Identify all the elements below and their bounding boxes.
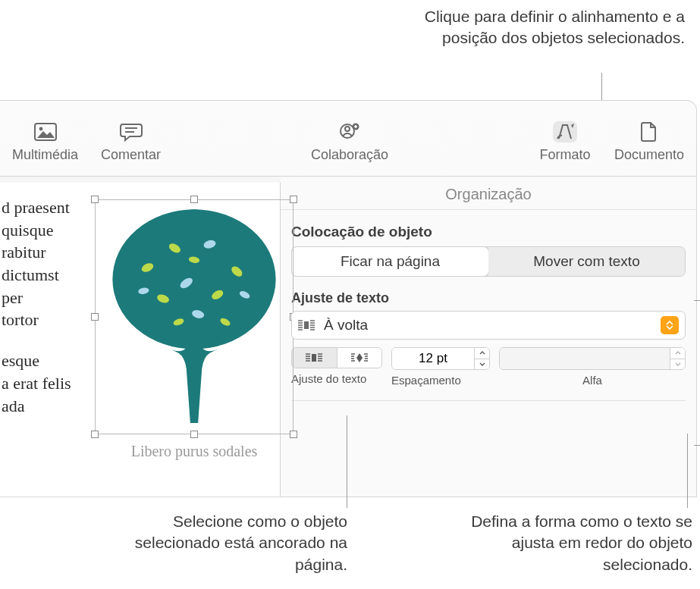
fit-button-pair <box>291 347 382 368</box>
chevron-updown-icon <box>661 316 679 334</box>
wrap-around-icon <box>298 319 316 331</box>
svg-point-5 <box>345 127 350 131</box>
stepper-down[interactable] <box>670 359 685 370</box>
resize-handle[interactable] <box>190 196 198 203</box>
collaboration-icon <box>337 121 362 143</box>
resize-handle[interactable] <box>91 196 99 203</box>
resize-handle[interactable] <box>290 431 297 438</box>
placement-segmented-control[interactable]: Ficar na página Mover com texto <box>291 246 686 277</box>
placement-label: Colocação de objeto <box>291 224 686 240</box>
spacing-label: Espaçamento <box>391 374 490 387</box>
spacing-stepper[interactable] <box>391 347 490 370</box>
stepper-up[interactable] <box>475 348 489 359</box>
toolbar-collaboration[interactable]: Colaboração <box>311 121 388 163</box>
document-page[interactable]: d praesent quisque rabitur dictumst per … <box>0 183 281 497</box>
selected-image[interactable]: Libero purus sodales <box>95 199 293 434</box>
fit-contour-button[interactable] <box>337 348 382 368</box>
callout-leader <box>687 434 688 508</box>
resize-handle[interactable] <box>91 313 99 321</box>
svg-rect-35 <box>312 354 316 362</box>
toolbar-label: Colaboração <box>311 147 388 163</box>
callout-text: Defina a forma como o texto se ajusta em… <box>471 512 692 573</box>
toolbar-label: Documento <box>614 147 684 163</box>
stepper-down[interactable] <box>475 359 489 370</box>
inspector-panel: Organização Colocação de objeto Ficar na… <box>281 177 696 497</box>
format-icon <box>553 121 577 143</box>
callout-leader <box>347 415 347 508</box>
resize-handle[interactable] <box>91 431 99 438</box>
callout-top-text: Clique para definir o alinhamento e a po… <box>425 8 685 46</box>
callout-bottom-left: Selecione como o objeto selecionado está… <box>120 511 347 575</box>
callout-bottom-right: Defina a forma como o texto se ajusta em… <box>450 511 692 575</box>
resize-handle[interactable] <box>290 196 297 203</box>
inspector-body: Colocação de objeto Ficar na página Move… <box>281 210 696 409</box>
toolbar-label: Formato <box>539 147 590 163</box>
toolbar-document[interactable]: Documento <box>614 121 684 163</box>
tree-illustration <box>101 205 287 423</box>
spacing-value[interactable] <box>392 348 474 369</box>
svg-point-1 <box>39 127 42 131</box>
text-wrap-select[interactable]: À volta <box>291 311 686 340</box>
resize-handle[interactable] <box>190 431 198 438</box>
alpha-value[interactable] <box>500 348 670 369</box>
wrap-label: Ajuste de texto <box>291 290 686 306</box>
callout-text: Selecione como o objeto selecionado está… <box>135 512 347 573</box>
app-window: Multimédia Comentar Colaboração Formato <box>0 100 697 497</box>
toolbar-multimedia[interactable]: Multimédia <box>12 121 78 163</box>
document-icon <box>637 121 661 143</box>
toolbar: Multimédia Comentar Colaboração Formato <box>0 101 696 177</box>
content-row: d praesent quisque rabitur dictumst per … <box>0 177 696 497</box>
canvas: d praesent quisque rabitur dictumst per … <box>0 177 281 497</box>
fit-group: Ajuste do texto <box>291 347 382 385</box>
alpha-stepper[interactable] <box>499 347 686 370</box>
media-icon <box>33 121 58 143</box>
fit-rect-button[interactable] <box>292 348 337 368</box>
alpha-group: Alfa <box>499 347 686 387</box>
wrap-value: À volta <box>324 317 661 334</box>
seg-move-with-text[interactable]: Mover com texto <box>488 247 685 276</box>
toolbar-comment[interactable]: Comentar <box>101 121 161 163</box>
toolbar-label: Multimédia <box>12 147 78 163</box>
toolbar-label: Comentar <box>101 147 161 163</box>
comment-icon <box>119 121 143 143</box>
svg-point-10 <box>163 209 225 264</box>
svg-rect-24 <box>304 321 309 329</box>
wrap-options-row: Ajuste do texto Espaçamento <box>291 347 686 387</box>
toolbar-format[interactable]: Formato <box>538 121 592 163</box>
stepper-up[interactable] <box>670 348 685 359</box>
callout-top: Clique para definir o alinhamento e a po… <box>397 6 685 49</box>
spacing-group: Espaçamento <box>391 347 490 387</box>
divider <box>291 400 686 401</box>
bracket-annotation <box>694 300 700 446</box>
seg-stay-on-page[interactable]: Ficar na página <box>291 246 489 277</box>
inspector-tab-arrange[interactable]: Organização <box>281 177 696 210</box>
image-caption[interactable]: Libero purus sodales <box>95 443 293 460</box>
fit-label: Ajuste do texto <box>291 372 382 385</box>
alpha-label: Alfa <box>499 374 686 387</box>
